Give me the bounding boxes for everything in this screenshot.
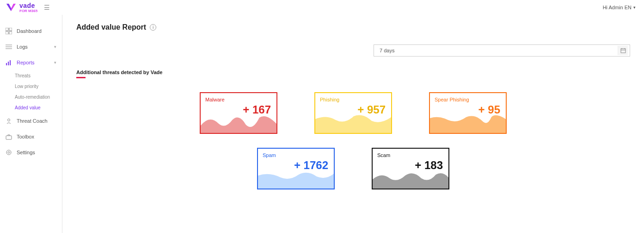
caret-down-icon: ▾ xyxy=(633,5,636,10)
svg-rect-14 xyxy=(621,49,626,53)
sparkline-icon xyxy=(201,111,276,133)
svg-rect-0 xyxy=(6,28,8,31)
topbar: vade FOR M365 ☰ Hi Admin EN ▾ xyxy=(0,0,644,15)
sidebar-item-toolbox[interactable]: Toolbox xyxy=(0,129,62,145)
date-range-value: 7 days xyxy=(380,48,394,53)
sidebar: Dashboard Logs ▾ Reports ▾ Threats Low p… xyxy=(0,0,62,233)
card-label: Spam xyxy=(263,152,276,158)
card-row-top: Malware + 167 Phishing + 957 Spear Phish… xyxy=(200,92,507,134)
card-label: Phishing xyxy=(320,97,339,102)
svg-point-12 xyxy=(6,150,11,155)
sparkline-icon xyxy=(258,166,334,189)
svg-rect-2 xyxy=(6,31,8,34)
card-spear-phishing[interactable]: Spear Phishing + 95 xyxy=(429,92,507,134)
calendar-icon xyxy=(618,46,628,55)
card-scam[interactable]: Scam + 183 xyxy=(372,148,449,189)
card-phishing[interactable]: Phishing + 957 xyxy=(314,92,392,134)
sidebar-item-label: Reports xyxy=(17,60,35,65)
sparkline-icon xyxy=(373,166,448,189)
cards-wrap: Malware + 167 Phishing + 957 Spear Phish… xyxy=(76,92,630,189)
card-row-bottom: Spam + 1762 Scam + 183 xyxy=(257,148,449,189)
svg-rect-8 xyxy=(8,62,9,65)
sidebar-item-label: Logs xyxy=(17,44,28,50)
card-label: Malware xyxy=(205,97,225,102)
card-label: Scam xyxy=(377,152,390,158)
svg-rect-1 xyxy=(9,28,12,31)
svg-point-13 xyxy=(8,151,10,153)
svg-point-10 xyxy=(8,119,10,121)
sidebar-subitem-lowpriority[interactable]: Low priority xyxy=(15,81,62,92)
sparkline-icon xyxy=(430,111,506,133)
card-malware[interactable]: Malware + 167 xyxy=(200,92,277,134)
sidebar-item-settings[interactable]: Settings xyxy=(0,145,62,160)
reports-subitems: Threats Low priority Auto-remediation Ad… xyxy=(0,70,62,113)
svg-rect-3 xyxy=(9,31,12,34)
accent-bar xyxy=(76,77,86,78)
main-content: Added value Report i 7 days Additional t… xyxy=(62,0,644,233)
section-label: Additional threats detected by Vade xyxy=(76,69,630,75)
sidebar-subitem-threats[interactable]: Threats xyxy=(15,70,62,81)
brand-name: vade xyxy=(19,2,37,9)
brand-sub: FOR M365 xyxy=(19,9,37,13)
svg-rect-9 xyxy=(10,60,11,65)
sidebar-item-label: Threat Coach xyxy=(17,118,48,124)
caret-down-icon: ▾ xyxy=(54,60,56,65)
caret-down-icon: ▾ xyxy=(54,44,56,49)
logs-icon xyxy=(6,44,12,50)
sidebar-subitem-addedvalue[interactable]: Added value xyxy=(15,102,62,113)
user-menu[interactable]: Hi Admin EN ▾ xyxy=(603,5,636,10)
sidebar-item-label: Toolbox xyxy=(17,134,34,139)
sidebar-item-label: Settings xyxy=(17,150,35,155)
sidebar-item-dashboard[interactable]: Dashboard xyxy=(0,23,62,39)
app-root: vade FOR M365 ☰ Hi Admin EN ▾ Dashboard … xyxy=(0,0,644,233)
sidebar-item-reports[interactable]: Reports ▾ xyxy=(0,55,62,70)
logo-block: vade FOR M365 ☰ xyxy=(6,2,50,13)
logo-icon xyxy=(6,3,17,12)
sidebar-item-threatcoach[interactable]: Threat Coach xyxy=(0,113,62,129)
sparkline-icon xyxy=(315,111,391,133)
sidebar-subitem-autoremediation[interactable]: Auto-remediation xyxy=(15,92,62,102)
svg-rect-11 xyxy=(6,136,12,139)
user-label: Hi Admin EN xyxy=(603,5,632,10)
filter-row: 7 days xyxy=(76,44,630,57)
reports-icon xyxy=(6,59,12,66)
date-range-select[interactable]: 7 days xyxy=(374,44,630,57)
toolbox-icon xyxy=(6,133,12,140)
card-spam[interactable]: Spam + 1762 xyxy=(257,148,335,189)
sidebar-item-label: Dashboard xyxy=(17,28,42,34)
card-label: Spear Phishing xyxy=(435,97,469,102)
hamburger-icon[interactable]: ☰ xyxy=(44,4,50,11)
dashboard-icon xyxy=(6,28,12,34)
svg-rect-7 xyxy=(6,63,7,65)
info-icon[interactable]: i xyxy=(150,24,156,31)
sidebar-item-logs[interactable]: Logs ▾ xyxy=(0,39,62,55)
gear-icon xyxy=(6,149,12,156)
coach-icon xyxy=(6,118,12,124)
page-title: Added value Report i xyxy=(76,23,630,31)
